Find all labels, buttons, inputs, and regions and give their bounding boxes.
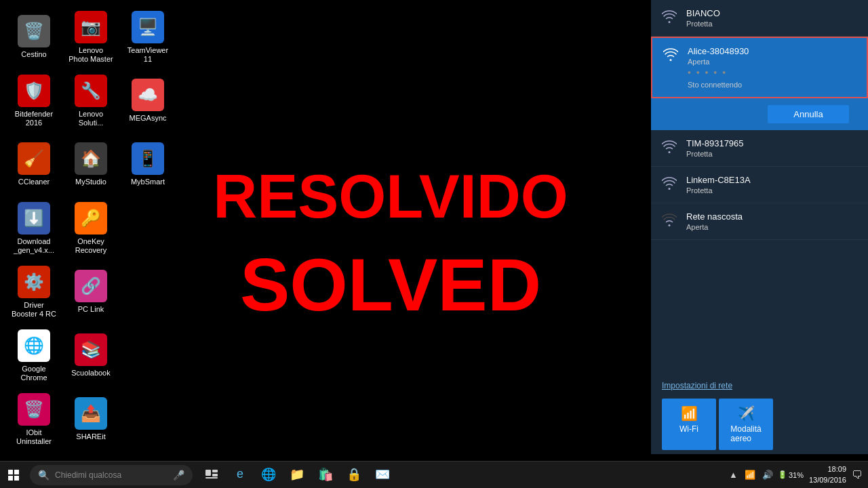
wifi-connecting-dots: • • • • • [688,67,856,78]
chrome-label: GoogleChrome [20,365,47,382]
clock-date: 13/09/2016 [809,475,846,485]
icon-bitdefender[interactable]: 🛡️ Bitdefender2016 [7,70,61,131]
icon-download[interactable]: ⬇️ Download_gen_v4.x... [7,198,61,259]
svg-rect-0 [8,470,13,474]
mybsmart-label: MybSmart [131,178,165,186]
wifi-status-bianco: Protetta [686,20,857,28]
solved-text: SOLVED [213,247,568,322]
onekey-icon: 🔑 [75,202,107,235]
teamviewer-label: TeamViewer11 [127,46,168,64]
wifi-info-tim: TIM-89317965 Protetta [686,138,857,158]
lenovo-photo-icon: 📷 [75,11,107,43]
wifi-network-linkem[interactable]: Linkem-C8E13A Protetta [651,167,868,203]
download-label: Download_gen_v4.x... [14,237,54,255]
wifi-status-tim: Protetta [686,150,857,158]
svg-rect-3 [14,476,19,481]
wifi-network-bianco[interactable]: BIANCO Protetta [651,0,868,37]
taskbar-task-view[interactable] [198,462,225,489]
driver-icon: ⚙️ [18,266,50,298]
taskbar-search-icon: 🔍 [38,470,50,481]
clock[interactable]: 18:09 13/09/2016 [806,464,849,485]
taskbar-search-placeholder: Chiedimi qualcosa [55,470,121,480]
taskbar-shield[interactable]: 🔒 [340,462,368,489]
taskbar-store[interactable]: 🛍️ [312,462,339,489]
clock-time: 18:09 [809,464,846,474]
wifi-info-bianco: BIANCO Protetta [686,8,857,28]
wifi-name-linkem: Linkem-C8E13A [686,175,857,185]
wifi-status-alice: Aperta [688,58,856,66]
wifi-status-rete: Aperta [686,223,857,231]
wifi-network-tim[interactable]: TIM-89317965 Protetta [651,130,868,167]
wifi-info-linkem: Linkem-C8E13A Protetta [686,175,857,195]
svg-rect-7 [205,477,218,479]
taskbar-mic-icon: 🎤 [173,470,184,481]
wifi-tile-label: Wi-Fi [679,424,698,434]
taskbar-apps: e 🌐 📁 🛍️ 🔒 ✉️ [198,462,396,489]
tray-icons: 📶 🔊 [743,468,775,481]
wifi-signal-icon-linkem [662,175,678,195]
wifi-toggle-tile[interactable]: 📶 Wi-Fi [662,399,716,450]
driver-label: DriverBooster 4 RC [12,301,56,319]
scuola-label: Scuolabook [71,369,111,378]
battery-indicator[interactable]: 🔋 31% [778,470,804,479]
icon-scuola[interactable]: 📚 Scuolabook [64,325,118,386]
start-button[interactable] [0,462,27,489]
icon-ccleaner[interactable]: 🧹 CCleaner [7,134,61,195]
icon-teamviewer[interactable]: 🖥️ TeamViewer11 [121,7,175,68]
center-text-block: RESOLVIDO SOLVED [213,166,568,322]
wifi-info-rete: Rete nascosta Aperta [686,211,857,231]
svg-rect-2 [8,476,13,481]
taskbar-mail[interactable]: ✉️ [369,462,396,489]
wifi-name-bianco: BIANCO [686,8,857,18]
icon-onekey[interactable]: 🔑 OneKeyRecovery [64,198,118,259]
bitdefender-label: Bitdefender2016 [15,110,53,127]
icon-mystudio[interactable]: 🏠 MyStudio [64,134,118,195]
svg-rect-4 [205,470,211,476]
icon-shareit[interactable]: 📤 SHAREit [64,389,118,450]
annulla-button[interactable]: Annulla [768,105,849,123]
tray-volume-icon[interactable]: 🔊 [760,468,775,481]
wifi-network-alice[interactable]: Alice-38048930 Aperta • • • • • Sto conn… [651,37,868,98]
wifi-name-rete: Rete nascosta [686,211,857,222]
desktop: 🗑️ Cestino 📷 LenovoPhoto Master 🖥️ TeamV… [0,0,868,488]
ccleaner-label: CCleaner [18,178,50,186]
shareit-label: SHAREit [76,432,105,441]
iobit-icon: 🗑️ [18,393,50,426]
network-settings-link[interactable]: Impostazioni di rete [651,374,868,394]
pclink-label: PC Link [78,305,104,314]
lenovo-soluti-label: LenovoSoluti... [79,110,104,127]
icon-chrome[interactable]: 🌐 GoogleChrome [7,325,61,386]
tray-arrow[interactable]: ▲ [727,468,740,481]
notifications-icon[interactable]: 🗨 [852,469,863,481]
battery-icon: 🔋 [778,470,787,479]
lenovo-soluti-icon: 🔧 [75,75,107,107]
mystudio-icon: 🏠 [75,142,107,175]
icon-lenovo-photo[interactable]: 📷 LenovoPhoto Master [64,7,118,68]
icon-pclink[interactable]: 🔗 PC Link [64,262,118,323]
ccleaner-icon: 🧹 [18,142,50,175]
wifi-quick-tiles: 📶 Wi-Fi ✈️ Modalitàaereo [651,394,868,454]
svg-rect-6 [212,474,218,476]
icon-lenovo-soluti[interactable]: 🔧 LenovoSoluti... [64,70,118,131]
icon-mega[interactable]: ☁️ MEGAsync [121,70,175,131]
icon-mybsmart[interactable]: 📱 MybSmart [121,134,175,195]
taskbar-search-box[interactable]: 🔍 Chiedimi qualcosa 🎤 [30,465,193,485]
icon-iobit[interactable]: 🗑️ IObitUninstaller [7,389,61,450]
icon-driver[interactable]: ⚙️ DriverBooster 4 RC [7,262,61,323]
taskbar-explorer[interactable]: 📁 [283,462,311,489]
wifi-panel: BIANCO Protetta Alice-38048930 Aperta • … [651,0,868,454]
wifi-network-rete[interactable]: Rete nascosta Aperta [651,203,868,240]
taskbar-edge[interactable]: e [226,462,254,489]
airplane-mode-tile[interactable]: ✈️ Modalitàaereo [719,399,773,450]
system-tray: ▲ 📶 🔊 🔋 31% 18:09 13/09/2016 🗨 [727,464,868,485]
battery-percent: 31% [789,471,804,479]
icon-cestino[interactable]: 🗑️ Cestino [7,7,61,68]
scuola-icon: 📚 [75,333,107,366]
wifi-signal-icon-bianco [662,8,678,28]
onekey-label: OneKeyRecovery [75,237,106,255]
airplane-tile-label: Modalitàaereo [730,424,761,443]
wifi-name-alice: Alice-38048930 [688,46,856,56]
pclink-icon: 🔗 [75,270,107,302]
taskbar-chrome[interactable]: 🌐 [255,462,282,489]
tray-network-icon[interactable]: 📶 [743,468,757,481]
